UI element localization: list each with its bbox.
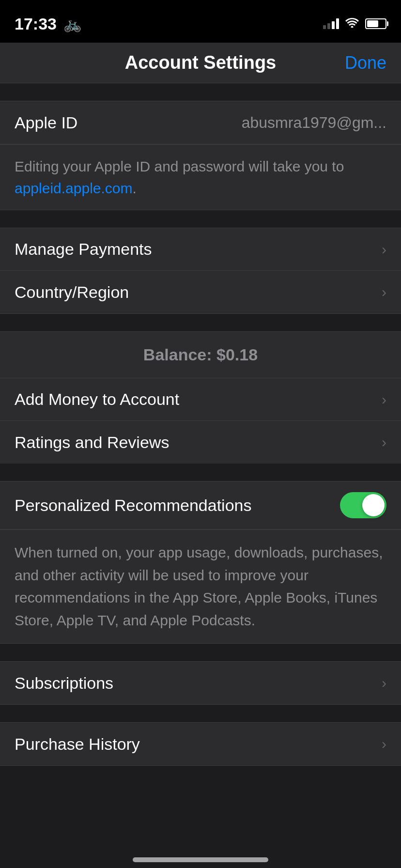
section-gap-6 [0,705,401,722]
manage-payments-right: › [382,241,386,258]
bottom-section: Subscriptions › [0,661,401,705]
country-region-right: › [382,284,386,300]
purchase-history-right: › [382,736,386,752]
chevron-icon: › [382,434,386,450]
payment-section: Manage Payments › Country/Region › [0,228,401,314]
balance-row: Balance: $0.18 [0,332,401,378]
apple-id-row[interactable]: Apple ID abusmra1979@gm... [0,101,401,144]
purchase-history-row[interactable]: Purchase History › [0,723,401,765]
apple-id-value: abusmra1979@gm... [242,114,386,132]
manage-payments-row[interactable]: Manage Payments › [0,228,401,271]
personalized-rec-row[interactable]: Personalized Recommendations [0,481,401,529]
section-gap-1 [0,83,401,101]
page-title: Account Settings [125,52,276,73]
status-time: 17:33 🚲 [15,15,81,33]
balance-section: Balance: $0.18 Add Money to Account › Ra… [0,331,401,464]
bike-icon: 🚲 [63,16,81,32]
ratings-reviews-label: Ratings and Reviews [15,433,169,452]
personalized-rec-description: When turned on, your app usage, download… [0,529,401,644]
purchase-history-label: Purchase History [15,735,140,754]
balance-label: Balance: $0.18 [143,345,258,364]
status-bar: 17:33 🚲 [0,0,401,43]
subscriptions-label: Subscriptions [15,674,113,693]
personalized-rec-label: Personalized Recommendations [15,496,251,515]
ratings-reviews-right: › [382,434,386,450]
chevron-icon: › [382,736,386,752]
chevron-icon: › [382,675,386,691]
signal-icon [323,18,339,29]
section-gap-5 [0,644,401,661]
time-label: 17:33 [15,15,57,33]
subscriptions-row[interactable]: Subscriptions › [0,662,401,704]
chevron-icon: › [382,284,386,300]
personalized-rec-toggle[interactable] [340,492,386,518]
section-gap-2 [0,210,401,228]
status-icons [323,17,386,31]
add-money-right: › [382,391,386,408]
toggle-track [340,492,386,518]
apple-id-section: Apple ID abusmra1979@gm... [0,101,401,144]
battery-icon [365,18,386,29]
toggle-thumb [362,494,385,516]
apple-id-link[interactable]: appleid.apple.com [15,180,133,196]
section-gap-4 [0,464,401,481]
personalized-rec-section: Personalized Recommendations [0,481,401,529]
done-button[interactable]: Done [345,53,386,73]
chevron-icon: › [382,391,386,408]
nav-bar: Account Settings Done [0,43,401,83]
purchase-history-section: Purchase History › [0,722,401,766]
personalized-rec-desc-text: When turned on, your app usage, download… [15,544,383,628]
add-money-row[interactable]: Add Money to Account › [0,378,401,421]
section-gap-3 [0,314,401,331]
apple-id-label: Apple ID [15,113,77,132]
subscriptions-right: › [382,675,386,691]
home-indicator [133,857,268,862]
chevron-icon: › [382,241,386,258]
apple-id-info: Editing your Apple ID and password will … [0,144,401,210]
add-money-label: Add Money to Account [15,390,179,409]
ratings-reviews-row[interactable]: Ratings and Reviews › [0,421,401,464]
country-region-row[interactable]: Country/Region › [0,271,401,313]
country-region-label: Country/Region [15,283,129,302]
apple-id-info-text: Editing your Apple ID and password will … [15,158,344,196]
manage-payments-label: Manage Payments [15,240,152,259]
wifi-icon [345,17,359,31]
